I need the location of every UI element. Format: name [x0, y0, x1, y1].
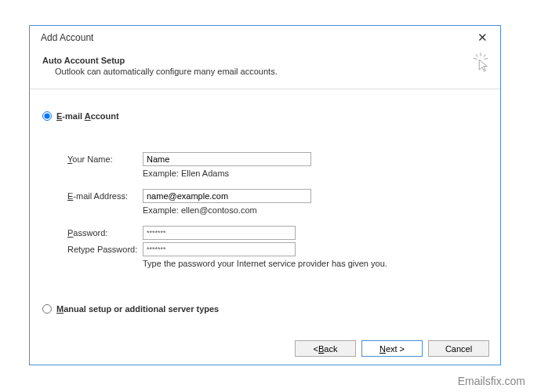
cancel-button[interactable]: Cancel	[428, 340, 489, 357]
name-example: Example: Ellen Adams	[143, 169, 229, 178]
watermark: Emailsfix.com	[458, 375, 525, 387]
dialog-title: Add Account	[41, 32, 93, 43]
manual-setup-radio[interactable]	[42, 304, 52, 314]
svg-line-4	[484, 54, 486, 57]
email-account-radio-row: E-mail Account	[42, 111, 488, 121]
password-row: Password: *******	[67, 226, 488, 240]
name-input[interactable]	[143, 152, 311, 166]
title-bar: Add Account ✕	[30, 26, 500, 49]
svg-line-3	[476, 54, 478, 57]
password-input[interactable]: *******	[143, 226, 296, 240]
form-section: Your Name: Example: Ellen Adams E-mail A…	[42, 121, 488, 268]
email-account-radio-label[interactable]: E-mail Account	[56, 111, 119, 121]
email-label: E-mail Address:	[67, 191, 143, 201]
password-hint: Type the password your Internet service …	[143, 259, 387, 268]
button-bar: < Back Next > Cancel	[295, 340, 489, 357]
header-title: Auto Account Setup	[42, 56, 465, 65]
retype-password-input[interactable]: *******	[143, 242, 296, 256]
svg-line-1	[474, 59, 477, 60]
manual-setup-radio-label[interactable]: Manual setup or additional server types	[56, 304, 219, 314]
email-row: E-mail Address:	[67, 189, 488, 203]
header-section: Auto Account Setup Outlook can automatic…	[30, 49, 500, 89]
back-button[interactable]: < Back	[295, 340, 356, 357]
email-example: Example: ellen@contoso.com	[143, 205, 257, 215]
email-account-radio[interactable]	[42, 111, 52, 121]
email-example-row: Example: ellen@contoso.com	[67, 205, 488, 215]
retype-password-label: Retype Password:	[67, 245, 143, 254]
header-subtitle: Outlook can automatically configure many…	[42, 67, 465, 76]
name-row: Your Name:	[67, 152, 488, 166]
manual-setup-radio-row: Manual setup or additional server types	[42, 304, 488, 314]
retype-password-row: Retype Password: *******	[67, 242, 488, 256]
close-icon[interactable]: ✕	[470, 28, 494, 47]
password-label: Password:	[67, 228, 143, 238]
password-hint-row: Type the password your Internet service …	[67, 259, 488, 268]
content-area: E-mail Account Your Name: Example: Ellen…	[30, 89, 500, 314]
next-button[interactable]: Next >	[361, 340, 423, 357]
svg-line-2	[485, 59, 488, 60]
name-label: Your Name:	[67, 154, 143, 164]
name-example-row: Example: Ellen Adams	[67, 169, 488, 178]
email-input[interactable]	[143, 189, 311, 203]
add-account-dialog: Add Account ✕ Auto Account Setup Outlook…	[29, 25, 501, 365]
cursor-click-icon	[472, 53, 489, 73]
